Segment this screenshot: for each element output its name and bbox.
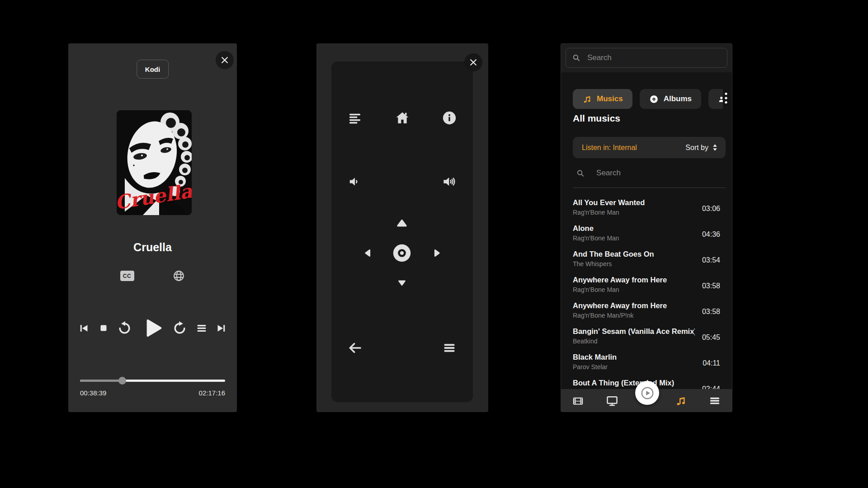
divider [573,188,726,188]
song-row[interactable]: Alone Rag'n'Bone Man 04:36 [561,221,732,247]
song-row[interactable]: Black Marlin Parov Stelar 04:11 [561,350,732,376]
close-icon[interactable] [216,51,234,69]
skip-previous-icon[interactable] [77,322,90,334]
poster-image: Cruella [117,110,192,215]
list-search-input[interactable] [595,168,726,178]
dpad-left-icon[interactable] [358,243,377,263]
song-duration: 02:44 [702,385,720,389]
skip-next-icon[interactable] [216,322,228,334]
song-title: Alone [573,221,695,233]
dpad-right-icon[interactable] [427,243,447,263]
song-artist: Parov Stelar [573,361,720,371]
elapsed-time: 00:38:39 [80,389,106,397]
sort-by-selector[interactable]: Sort by [685,144,718,152]
remote-pad [331,61,473,402]
library-header [561,44,732,72]
song-artist: Rag'n'Bone Man [573,233,720,242]
progress-elapsed [80,380,122,382]
song-list: All You Ever Wanted Rag'n'Bone Man 03:06… [561,196,732,389]
song-duration: 03:06 [702,205,720,213]
context-menu-icon[interactable] [439,338,459,358]
play-icon[interactable] [140,316,165,340]
song-title: Anywhere Away from Here [573,299,695,310]
nav-movies-icon[interactable] [561,389,595,412]
song-title: Black Marlin [573,350,695,361]
nav-tvshows-icon[interactable] [595,389,630,412]
song-duration: 04:11 [703,359,720,367]
subtitles-cc-icon[interactable]: CC [120,271,134,281]
song-duration: 05:45 [702,333,720,342]
song-duration: 04:36 [702,230,720,239]
rewind-replay-icon[interactable] [117,321,132,336]
tab-label: Musics [597,94,623,103]
playlist-menu-icon[interactable] [345,108,365,128]
now-playing-fab-icon[interactable] [635,381,659,405]
close-icon[interactable] [464,53,482,71]
search-icon [576,169,585,178]
song-title: And The Beat Goes On [573,247,695,258]
list-search-field[interactable] [573,164,726,182]
disc-icon [649,94,659,104]
sort-arrows-icon [712,144,718,151]
seek-slider[interactable] [80,376,225,385]
volume-up-icon[interactable] [439,172,459,192]
time-row: 00:38:39 02:17:16 [80,389,225,397]
song-row[interactable]: Anywhere Away from Here Rag'n'Bone Man/P… [561,299,732,324]
song-artist: Rag'n'Bone Man [573,284,720,293]
search-input[interactable] [586,53,721,63]
song-artist: Rag'n'Bone Man/P!nk [573,310,720,319]
now-playing-panel: Kodi [68,43,237,412]
stop-icon[interactable] [98,322,109,334]
song-title: Bout A Thing (Extended Mix) [573,376,695,387]
dpad-down-icon[interactable] [392,273,412,293]
dpad-up-icon[interactable] [392,213,412,233]
search-icon [572,53,580,62]
song-duration: 03:54 [702,256,720,264]
playlist-queue-icon[interactable] [195,322,208,334]
desktop: Kodi [0,0,868,488]
media-options-row: CC [68,269,237,282]
song-duration: 03:58 [702,308,720,316]
playback-controls [68,315,237,341]
song-artist: Rag'n'Bone Man [573,207,720,216]
remote-panel [316,43,488,412]
tab-musics[interactable]: Musics [573,89,632,109]
section-title: All musics [573,113,620,124]
forward-icon[interactable] [172,321,187,336]
song-title: All You Ever Wanted [573,196,695,207]
music-library-panel: Musics Albums Ar [561,43,732,412]
song-row[interactable]: Anywhere Away from Here Rag'n'Bone Man 0… [561,273,732,299]
dpad-select-icon[interactable] [392,243,412,263]
info-icon[interactable] [439,108,459,128]
kebab-menu-icon[interactable] [722,88,730,108]
song-title: Bangin' Sesam (Vanilla Ace Remix) [573,324,695,336]
song-title: Anywhere Away from Here [573,273,695,284]
library-tabs: Musics Albums Ar [573,89,723,109]
media-title: Cruella [68,241,237,254]
tab-label: Albums [664,94,692,103]
total-time: 02:17:16 [199,389,225,397]
tab-albums[interactable]: Albums [640,89,701,109]
global-search-field[interactable] [566,48,727,68]
nav-music-icon[interactable] [664,389,698,412]
device-chip[interactable]: Kodi [137,60,169,79]
tab-artists[interactable]: Ar [708,89,723,109]
progress-thumb[interactable] [118,377,126,385]
song-row[interactable]: All You Ever Wanted Rag'n'Bone Man 03:06 [561,196,732,221]
seek-track [80,380,225,382]
sort-by-label: Sort by [685,144,708,152]
volume-down-icon[interactable] [345,172,365,192]
song-duration: 03:58 [702,282,720,290]
music-note-icon [582,94,592,104]
nav-more-menu-icon[interactable] [698,389,732,412]
song-artist: The Whispers [573,258,720,267]
song-row[interactable]: And The Beat Goes On The Whispers 03:54 [561,247,732,273]
song-artist: Beatkind [573,336,720,345]
song-row[interactable]: Bangin' Sesam (Vanilla Ace Remix) Beatki… [561,324,732,350]
audio-language-globe-icon[interactable] [172,269,185,282]
listen-sort-bar: Listen in: Internal Sort by [573,137,726,158]
listen-in-selector[interactable]: Listen in: Internal [582,144,637,152]
back-arrow-icon[interactable] [345,338,365,358]
home-icon[interactable] [392,108,412,128]
